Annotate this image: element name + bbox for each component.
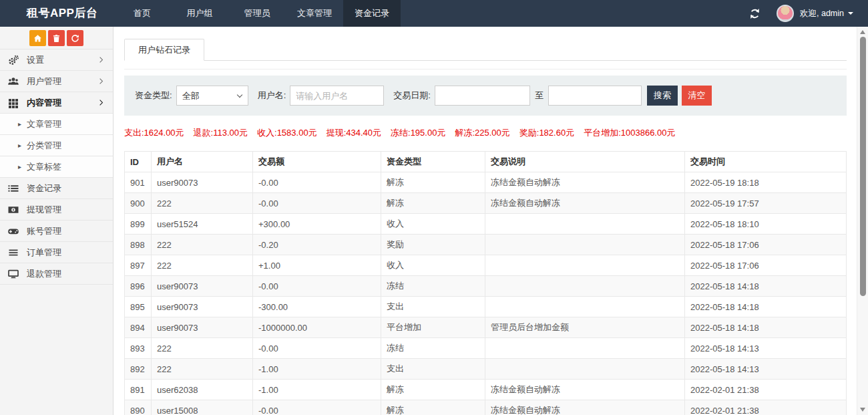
cell-time: 2022-05-18 14:18 — [685, 317, 847, 338]
table-row: 891user62038-1.00解冻冻结金额自动解冻2022-02-01 21… — [125, 380, 847, 400]
cell-username: user90073 — [152, 276, 253, 297]
brand-title: 租号APP后台 — [0, 0, 114, 27]
sidebar-item-label: 用户管理 — [27, 76, 61, 88]
sidebar-item-account-management[interactable]: 账号管理 — [0, 221, 113, 242]
bars-icon — [8, 247, 19, 258]
grid-icon — [8, 98, 19, 108]
cell-time: 2022-05-19 17:57 — [685, 193, 847, 214]
summary-bar: 支出:1624.00元退款:113.00元收入:1583.00元提现:434.4… — [124, 127, 847, 139]
sidebar-item-label: 文章标签 — [27, 161, 61, 173]
cell-fund-type: 收入 — [381, 214, 485, 235]
scroll-up-arrow[interactable] — [860, 30, 865, 34]
cell-fund-type: 解冻 — [381, 400, 485, 415]
cell-id: 892 — [125, 359, 152, 380]
username-input[interactable] — [290, 86, 384, 106]
cell-id: 900 — [125, 193, 152, 214]
cell-id: 893 — [125, 338, 152, 359]
navbar: 租号APP后台 首页用户组管理员文章管理资金记录 欢迎, admin — [0, 0, 868, 27]
cell-id: 891 — [125, 380, 152, 400]
gears-icon — [8, 55, 19, 65]
triangle-right-icon: ▸ — [18, 164, 21, 170]
cell-username: user51524 — [152, 214, 253, 235]
cell-amount: -300.00 — [253, 297, 381, 317]
cell-time: 2022-02-01 21:38 — [685, 400, 847, 415]
avatar[interactable] — [777, 5, 794, 22]
users-icon — [8, 76, 19, 87]
cell-id: 898 — [125, 235, 152, 255]
cell-fund-type: 解冻 — [381, 380, 485, 400]
cell-amount: -1000000.00 — [253, 317, 381, 338]
cell-username: 222 — [152, 235, 253, 255]
table-row: 894user90073-1000000.00平台增加管理员后台增加金额2022… — [125, 317, 847, 338]
cell-fund-type: 收入 — [381, 255, 485, 276]
search-button[interactable]: 搜索 — [647, 86, 678, 106]
sidebar-quick-buttons — [0, 27, 113, 49]
scrollbar-thumb[interactable] — [860, 37, 866, 296]
list-icon — [8, 183, 19, 194]
nav-item-user-group[interactable]: 用户组 — [171, 0, 228, 27]
table-row: 901user90073-0.00解冻冻结金额自动解冻2022-05-19 18… — [125, 172, 847, 193]
fund-type-label: 资金类型: — [135, 90, 172, 102]
summary-item: 奖励:182.60元 — [519, 127, 574, 139]
trash-button[interactable] — [48, 30, 65, 46]
scroll-down-arrow[interactable] — [860, 408, 865, 412]
cell-amount: -1.00 — [253, 380, 381, 400]
sidebar-item-article-tags[interactable]: ▸文章标签 — [0, 156, 113, 178]
cell-username: 222 — [152, 338, 253, 359]
sidebar-item-refund-management[interactable]: 退款管理 — [0, 263, 113, 285]
cell-amount: -0.20 — [253, 235, 381, 255]
cell-time: 2022-05-18 14:13 — [685, 359, 847, 380]
sidebar-item-user-management[interactable]: 用户管理 — [0, 71, 113, 92]
summary-item: 支出:1624.00元 — [124, 127, 184, 139]
money-icon — [8, 204, 19, 215]
cell-description — [485, 338, 685, 359]
tab-user-diamond-records[interactable]: 用户钻石记录 — [124, 39, 204, 61]
cell-id: 897 — [125, 255, 152, 276]
cell-time: 2022-05-19 18:18 — [685, 172, 847, 193]
home-button[interactable] — [29, 30, 46, 46]
clear-button[interactable]: 清空 — [682, 86, 712, 106]
cell-amount: -0.00 — [253, 338, 381, 359]
table-row: 892222-1.00支出2022-05-18 14:13 — [125, 359, 847, 380]
cell-time: 2022-05-18 14:13 — [685, 338, 847, 359]
sidebar-item-settings[interactable]: 设置 — [0, 49, 113, 71]
cell-id: 899 — [125, 214, 152, 235]
cell-username: user62038 — [152, 380, 253, 400]
sidebar-item-content-management[interactable]: 内容管理 — [0, 92, 113, 114]
column-header-amount: 交易额 — [253, 152, 381, 172]
fund-type-select[interactable]: 全部 — [176, 86, 248, 106]
nav-item-admin[interactable]: 管理员 — [228, 0, 286, 27]
summary-item: 冻结:195.00元 — [391, 127, 445, 139]
summary-item: 解冻:225.00元 — [455, 127, 509, 139]
cell-description — [485, 214, 685, 235]
recycle-button[interactable] — [67, 30, 83, 46]
table-row: 900222-0.00解冻冻结金额自动解冻2022-05-19 17:57 — [125, 193, 847, 214]
table-row: 896user90073-0.00冻结2022-05-18 14:18 — [125, 276, 847, 297]
sidebar-item-category-management[interactable]: ▸分类管理 — [0, 135, 113, 156]
column-header-username: 用户名 — [152, 152, 253, 172]
nav-item-home[interactable]: 首页 — [114, 0, 171, 27]
caret-down-icon — [848, 12, 853, 15]
sidebar-item-label: 资金记录 — [27, 182, 61, 194]
cell-username: 222 — [152, 255, 253, 276]
welcome-text: 欢迎, admin — [800, 8, 844, 19]
sidebar-item-article-management[interactable]: ▸文章管理 — [0, 114, 113, 135]
summary-item: 退款:113.00元 — [194, 127, 248, 139]
cell-time: 2022-05-18 17:06 — [685, 235, 847, 255]
table-body: 901user90073-0.00解冻冻结金额自动解冻2022-05-19 18… — [125, 172, 847, 415]
refresh-icon[interactable] — [749, 8, 761, 19]
triangle-right-icon: ▸ — [18, 121, 21, 128]
nav-item-article-management[interactable]: 文章管理 — [286, 0, 343, 27]
date-from-input[interactable] — [435, 86, 530, 106]
divider — [124, 69, 847, 70]
sidebar-item-withdraw-management[interactable]: 提现管理 — [0, 199, 113, 221]
cell-username: user90073 — [152, 317, 253, 338]
date-to-input[interactable] — [548, 86, 642, 106]
user-menu[interactable]: 欢迎, admin — [800, 8, 853, 19]
sidebar-item-label: 退款管理 — [27, 268, 61, 280]
nav-item-fund-records[interactable]: 资金记录 — [343, 0, 401, 27]
sidebar: 设置用户管理内容管理▸文章管理▸分类管理▸文章标签资金记录提现管理账号管理订单管… — [0, 27, 114, 415]
sidebar-item-order-management[interactable]: 订单管理 — [0, 242, 113, 263]
sidebar-item-fund-records[interactable]: 资金记录 — [0, 178, 113, 199]
summary-item: 收入:1583.00元 — [257, 127, 317, 139]
